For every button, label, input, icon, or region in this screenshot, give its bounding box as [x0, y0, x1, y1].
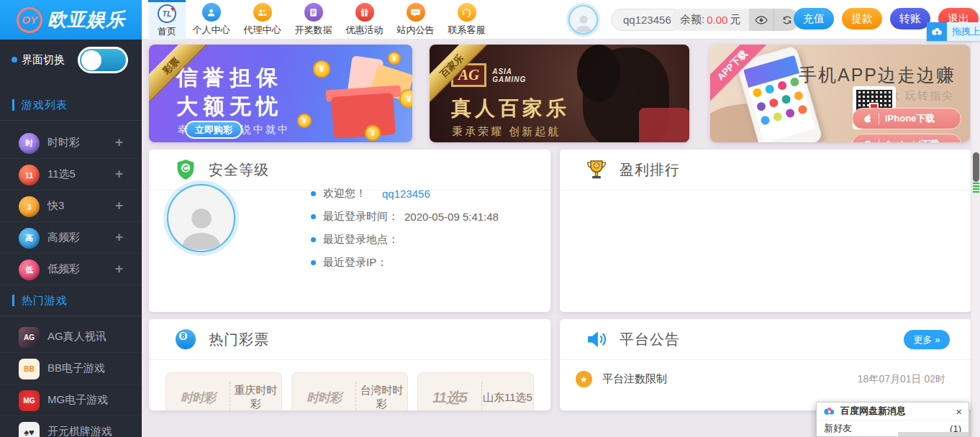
expand-plus-icon[interactable]: + — [115, 134, 123, 150]
username-link[interactable]: qq123456 — [382, 188, 430, 200]
lottery-ball-icon: 11 — [19, 165, 40, 185]
speaker-icon — [584, 327, 609, 351]
brand-logo[interactable]: OY 欧亚娱乐 — [0, 0, 142, 40]
baidu-netdisk-notification: 百度网盘新消息 × 新好友 (1) — [816, 402, 969, 437]
svg-text:8: 8 — [181, 331, 186, 340]
banner-lottery-promo[interactable]: 彩票 ¥ ¥ ¥ ¥ ¥ 信誉担保 大额无忧 幸运快3 说中就中 立即购彩 — [149, 45, 412, 142]
sidebar-item-11xuan5[interactable]: 11 11选5 + — [0, 159, 142, 190]
eight-ball-icon: 8 — [173, 327, 198, 351]
banner-app-download[interactable]: APP下载 手机APP边走边赚 随心所欲 玩转指尖 iPhone下载 Andro… — [710, 45, 970, 142]
nav-lottery-data[interactable]: 开奖数据 — [288, 0, 339, 40]
nav-announcements[interactable]: 站内公告 — [390, 0, 441, 40]
expand-plus-icon[interactable]: + — [115, 198, 123, 213]
nav-promotions[interactable]: 优惠活动 — [339, 0, 390, 40]
transfer-button[interactable]: 转账 — [890, 8, 930, 29]
profit-ranking-panel: 盈利排行 — [560, 150, 971, 312]
withdraw-button[interactable]: 提款 — [842, 8, 882, 29]
sidebar-item-label: MG电子游戏 — [47, 393, 108, 407]
iphone-download-label: iPhone下载 — [885, 112, 935, 125]
main-nav: TL 首页 个人中心 代理中心 开奖数据 优惠活动 — [148, 0, 492, 40]
bullet-icon — [311, 191, 316, 196]
android-download-button[interactable]: Android下载 — [852, 134, 961, 142]
banner-title: 信誉担保 — [176, 63, 283, 93]
panel-title: 热门彩票 — [209, 330, 269, 349]
section-title: 游戏列表 — [22, 98, 68, 112]
platform-notice-panel: 平台公告 更多 » ★ 平台注数限制 18年07月01日 02时 — [560, 319, 971, 410]
sidebar-item-label: 开元棋牌游戏 — [47, 425, 112, 437]
sidebar-item-gaopincai[interactable]: 高 高频彩 + — [0, 222, 142, 254]
expand-plus-icon[interactable]: + — [115, 261, 123, 277]
home-logo-icon: TL — [158, 4, 176, 23]
brand-name: 欧亚娱乐 — [47, 7, 125, 32]
chat-bubble-icon — [407, 3, 425, 22]
interface-switch-toggle[interactable] — [78, 47, 128, 73]
security-level-panel: 安全等级 欢迎您！ qq123456 最近登录时间： 2020-05-09 5:… — [149, 150, 550, 312]
recharge-button[interactable]: 充值 — [794, 8, 834, 29]
user-avatar[interactable] — [568, 5, 598, 34]
sidebar-item-dipincai[interactable]: 低 低频彩 + — [0, 254, 142, 285]
baidu-drag-label: 拖拽上 — [947, 22, 980, 41]
interface-switch-label: 界面切换 — [22, 53, 65, 67]
sidebar-item-label: AG真人视讯 — [47, 330, 106, 344]
notice-date: 18年07月01日 02时 — [858, 373, 956, 386]
balance-widget: 余额: 0.00 元 — [671, 9, 799, 31]
lottery-card-chongqing[interactable]: 时时彩 重庆时时彩 — [165, 372, 282, 410]
buy-lottery-button[interactable]: 立即购彩 — [185, 121, 242, 139]
sidebar-item-kaiyuan-cards[interactable]: ♠♥ 开元棋牌游戏 — [0, 416, 142, 437]
sidebar-item-label: 11选5 — [47, 167, 76, 181]
eye-icon[interactable] — [749, 9, 774, 31]
baidu-netdisk-drag-widget[interactable]: 拖拽上 — [927, 22, 980, 41]
topbar: OY 欧亚娱乐 TL 首页 个人中心 代理中心 开奖数据 — [0, 0, 980, 40]
coin-icon: ¥ — [399, 89, 412, 108]
notification-row-text: 新好友 — [824, 422, 852, 435]
lottery-ball-icon: 3 — [19, 196, 40, 217]
banner-subtitle-right: 说中就中 — [241, 124, 290, 137]
banner-ag-baccarat[interactable]: 百家乐 AG ASIA GAMING 真人百家乐 秉承荣耀 创新起航 — [430, 45, 689, 142]
group-icon — [253, 3, 272, 22]
coin-icon: ¥ — [388, 52, 401, 65]
sidebar-item-ag-live[interactable]: AG AG真人视讯 — [0, 321, 142, 353]
lottery-card-taiwan[interactable]: 时时彩 台湾时时彩 — [291, 372, 408, 410]
balance-label: 余额: — [680, 13, 704, 27]
more-button[interactable]: 更多 » — [904, 330, 950, 349]
expand-plus-icon[interactable]: + — [115, 166, 123, 182]
sidebar-item-shishicai[interactable]: 时 时时彩 + — [0, 127, 142, 159]
baidu-netdisk-icon — [823, 407, 835, 415]
lottery-ball-icon: 高 — [19, 228, 40, 249]
shield-icon — [173, 157, 198, 182]
hot-lottery-panel: 8 热门彩票 时时彩 重庆时时彩 时时彩 台湾时时彩 11选5 山东11选5 — [149, 319, 550, 410]
nav-agent-center[interactable]: 代理中心 — [237, 0, 288, 40]
android-download-label: Android下载 — [885, 138, 940, 142]
row-label: 最近登录地点： — [323, 233, 399, 247]
sidebar-item-mg-games[interactable]: MG MG电子游戏 — [0, 385, 142, 416]
close-icon[interactable]: × — [956, 406, 962, 417]
sidebar-item-kuai3[interactable]: 3 快3 + — [0, 190, 142, 222]
nav-customer-service[interactable]: 联系客服 — [441, 0, 492, 40]
bullet-icon — [311, 260, 316, 265]
iphone-download-button[interactable]: iPhone下载 — [852, 108, 961, 129]
bullet-icon — [311, 214, 316, 219]
coin-icon: ¥ — [365, 125, 381, 141]
row-label: 最近登录IP： — [323, 256, 387, 270]
nav-home[interactable]: TL 首页 — [148, 0, 186, 40]
expand-plus-icon[interactable]: + — [115, 229, 123, 245]
sidebar-item-bb-games[interactable]: BB BB电子游戏 — [0, 353, 142, 385]
coin-icon: ¥ — [313, 60, 330, 78]
nav-personal-center[interactable]: 个人中心 — [186, 0, 237, 40]
login-info-list: 欢迎您！ qq123456 最近登录时间： 2020-05-09 5:41:48… — [311, 187, 499, 279]
divider — [0, 120, 142, 121]
notification-title: 百度网盘新消息 — [840, 405, 950, 418]
deco-chair — [639, 108, 689, 142]
nav-label: 首页 — [158, 25, 176, 38]
lottery-card-shandong[interactable]: 11选5 山东11选5 — [417, 372, 534, 410]
notice-item[interactable]: ★ 平台注数限制 18年07月01日 02时 — [576, 371, 956, 387]
scrollbar-track[interactable] — [971, 40, 980, 437]
person-icon — [202, 3, 221, 22]
scrollbar-thumb[interactable] — [973, 152, 979, 182]
divider — [879, 113, 879, 124]
notification-header: 百度网盘新消息 × — [817, 402, 968, 420]
balance-unit: 元 — [730, 13, 740, 27]
trophy-icon — [584, 157, 609, 182]
lottery-logo: 11选5 — [418, 388, 481, 408]
profile-avatar — [167, 184, 235, 252]
